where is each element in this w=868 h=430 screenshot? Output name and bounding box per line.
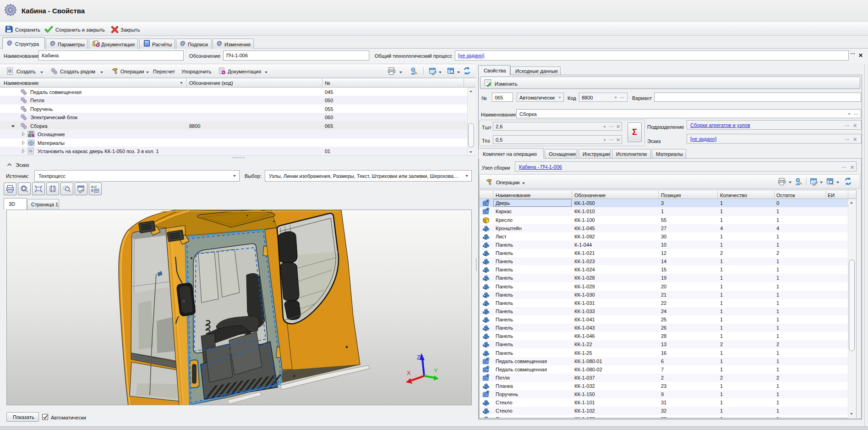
svg-text:X: X	[407, 369, 411, 376]
svg-text:Z: Z	[417, 354, 420, 361]
svg-text:A=2: A=2	[91, 185, 97, 188]
svg-text:B: B	[91, 189, 93, 192]
svg-text:Y: Y	[434, 367, 438, 374]
